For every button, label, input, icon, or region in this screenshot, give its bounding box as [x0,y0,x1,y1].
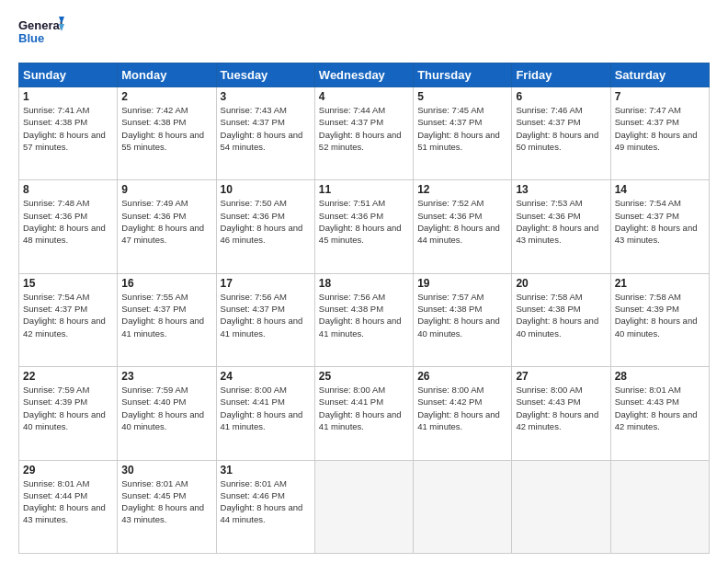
weekday-header-monday: Monday [118,63,216,87]
calendar-cell: 7 Sunrise: 7:47 AM Sunset: 4:37 PM Dayli… [610,87,709,180]
day-number: 19 [417,277,507,290]
day-info: Sunrise: 7:49 AM Sunset: 4:36 PM Dayligh… [121,197,211,246]
calendar-cell: 12 Sunrise: 7:52 AM Sunset: 4:36 PM Dayl… [414,180,512,273]
svg-text:General: General [18,18,63,32]
day-info: Sunrise: 7:58 AM Sunset: 4:38 PM Dayligh… [516,291,606,339]
day-info: Sunrise: 7:48 AM Sunset: 4:36 PM Dayligh… [23,197,113,246]
logo: General Blue [18,15,64,53]
day-number: 22 [23,370,113,383]
weekday-header-wednesday: Wednesday [314,63,413,87]
day-number: 13 [516,183,606,196]
day-number: 15 [23,277,113,290]
day-number: 14 [615,183,705,196]
day-info: Sunrise: 8:01 AM Sunset: 4:43 PM Dayligh… [615,384,705,432]
day-info: Sunrise: 7:41 AM Sunset: 4:38 PM Dayligh… [23,104,113,153]
calendar-cell: 2 Sunrise: 7:42 AM Sunset: 4:38 PM Dayli… [118,87,216,180]
day-info: Sunrise: 8:00 AM Sunset: 4:41 PM Dayligh… [319,384,409,432]
svg-text:Blue: Blue [18,31,44,45]
day-number: 2 [121,90,211,103]
weekday-header-friday: Friday [512,63,610,87]
day-info: Sunrise: 7:51 AM Sunset: 4:36 PM Dayligh… [319,197,409,246]
calendar-cell: 27 Sunrise: 8:00 AM Sunset: 4:43 PM Dayl… [512,367,610,460]
day-number: 18 [319,277,409,290]
day-number: 27 [516,370,606,383]
calendar-cell: 24 Sunrise: 8:00 AM Sunset: 4:41 PM Dayl… [216,367,314,460]
day-number: 30 [121,464,211,477]
calendar-cell: 25 Sunrise: 8:00 AM Sunset: 4:41 PM Dayl… [314,367,413,460]
calendar-cell: 13 Sunrise: 7:53 AM Sunset: 4:36 PM Dayl… [512,180,610,273]
weekday-header-sunday: Sunday [19,63,118,87]
calendar-cell: 10 Sunrise: 7:50 AM Sunset: 4:36 PM Dayl… [216,180,314,273]
day-info: Sunrise: 7:42 AM Sunset: 4:38 PM Dayligh… [121,104,211,153]
day-number: 4 [319,90,409,103]
day-info: Sunrise: 8:00 AM Sunset: 4:41 PM Dayligh… [221,384,311,432]
day-info: Sunrise: 7:43 AM Sunset: 4:37 PM Dayligh… [221,104,311,153]
day-number: 11 [319,183,409,196]
calendar-cell: 20 Sunrise: 7:58 AM Sunset: 4:38 PM Dayl… [512,273,610,366]
calendar-cell: 30 Sunrise: 8:01 AM Sunset: 4:45 PM Dayl… [118,460,216,553]
day-number: 8 [23,183,113,196]
day-info: Sunrise: 7:56 AM Sunset: 4:37 PM Dayligh… [221,291,311,339]
calendar-cell: 4 Sunrise: 7:44 AM Sunset: 4:37 PM Dayli… [314,87,413,180]
calendar-cell: 26 Sunrise: 8:00 AM Sunset: 4:42 PM Dayl… [414,367,512,460]
day-number: 7 [615,90,705,103]
day-info: Sunrise: 7:45 AM Sunset: 4:37 PM Dayligh… [417,104,507,153]
day-info: Sunrise: 7:53 AM Sunset: 4:36 PM Dayligh… [516,197,606,246]
day-number: 29 [23,464,113,477]
weekday-header-tuesday: Tuesday [216,63,314,87]
calendar: SundayMondayTuesdayWednesdayThursdayFrid… [18,63,710,554]
day-info: Sunrise: 7:59 AM Sunset: 4:39 PM Dayligh… [23,384,113,432]
calendar-cell: 14 Sunrise: 7:54 AM Sunset: 4:37 PM Dayl… [610,180,709,273]
calendar-cell: 5 Sunrise: 7:45 AM Sunset: 4:37 PM Dayli… [414,87,512,180]
calendar-cell: 11 Sunrise: 7:51 AM Sunset: 4:36 PM Dayl… [314,180,413,273]
day-info: Sunrise: 7:54 AM Sunset: 4:37 PM Dayligh… [23,291,113,339]
day-info: Sunrise: 7:54 AM Sunset: 4:37 PM Dayligh… [615,197,705,246]
logo-svg: General Blue [18,15,64,53]
day-info: Sunrise: 8:01 AM Sunset: 4:46 PM Dayligh… [221,477,311,526]
day-number: 17 [221,277,311,290]
calendar-cell: 23 Sunrise: 7:59 AM Sunset: 4:40 PM Dayl… [118,367,216,460]
day-info: Sunrise: 7:46 AM Sunset: 4:37 PM Dayligh… [516,104,606,153]
calendar-cell [314,460,413,553]
day-number: 10 [221,183,311,196]
calendar-cell: 29 Sunrise: 8:01 AM Sunset: 4:44 PM Dayl… [19,460,118,553]
day-number: 21 [615,277,705,290]
calendar-cell: 6 Sunrise: 7:46 AM Sunset: 4:37 PM Dayli… [512,87,610,180]
calendar-cell: 31 Sunrise: 8:01 AM Sunset: 4:46 PM Dayl… [216,460,314,553]
calendar-cell: 15 Sunrise: 7:54 AM Sunset: 4:37 PM Dayl… [19,273,118,366]
calendar-cell: 21 Sunrise: 7:58 AM Sunset: 4:39 PM Dayl… [610,273,709,366]
calendar-cell: 3 Sunrise: 7:43 AM Sunset: 4:37 PM Dayli… [216,87,314,180]
day-info: Sunrise: 8:01 AM Sunset: 4:45 PM Dayligh… [121,477,211,526]
day-number: 24 [221,370,311,383]
day-info: Sunrise: 8:00 AM Sunset: 4:42 PM Dayligh… [417,384,507,432]
calendar-cell: 18 Sunrise: 7:56 AM Sunset: 4:38 PM Dayl… [314,273,413,366]
day-info: Sunrise: 7:58 AM Sunset: 4:39 PM Dayligh… [615,291,705,339]
calendar-cell: 9 Sunrise: 7:49 AM Sunset: 4:36 PM Dayli… [118,180,216,273]
calendar-cell: 1 Sunrise: 7:41 AM Sunset: 4:38 PM Dayli… [19,87,118,180]
calendar-cell [610,460,709,553]
day-info: Sunrise: 7:50 AM Sunset: 4:36 PM Dayligh… [221,197,311,246]
day-number: 25 [319,370,409,383]
day-number: 12 [417,183,507,196]
day-number: 26 [417,370,507,383]
day-info: Sunrise: 7:52 AM Sunset: 4:36 PM Dayligh… [417,197,507,246]
day-number: 23 [121,370,211,383]
day-info: Sunrise: 7:55 AM Sunset: 4:37 PM Dayligh… [121,291,211,339]
calendar-cell [512,460,610,553]
calendar-cell [414,460,512,553]
day-info: Sunrise: 8:01 AM Sunset: 4:44 PM Dayligh… [23,477,113,526]
calendar-cell: 16 Sunrise: 7:55 AM Sunset: 4:37 PM Dayl… [118,273,216,366]
day-info: Sunrise: 7:59 AM Sunset: 4:40 PM Dayligh… [121,384,211,432]
day-number: 31 [221,464,311,477]
calendar-cell: 28 Sunrise: 8:01 AM Sunset: 4:43 PM Dayl… [610,367,709,460]
day-number: 6 [516,90,606,103]
header: General Blue [18,15,710,53]
day-info: Sunrise: 7:44 AM Sunset: 4:37 PM Dayligh… [319,104,409,153]
weekday-header-saturday: Saturday [610,63,709,87]
day-info: Sunrise: 7:47 AM Sunset: 4:37 PM Dayligh… [615,104,705,153]
day-number: 28 [615,370,705,383]
page: General Blue SundayMondayTuesdayWednesda… [0,0,728,563]
day-number: 5 [417,90,507,103]
calendar-cell: 8 Sunrise: 7:48 AM Sunset: 4:36 PM Dayli… [19,180,118,273]
weekday-header-thursday: Thursday [414,63,512,87]
